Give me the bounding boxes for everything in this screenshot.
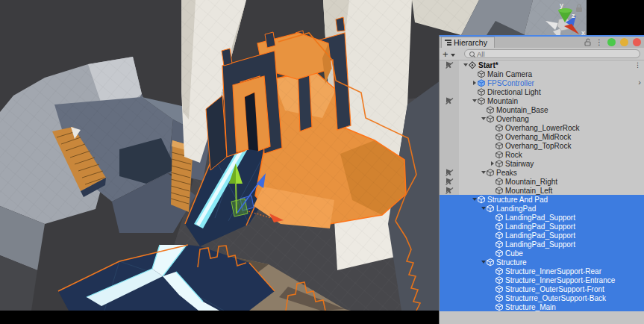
row-label: Structure_InnerSupport-Entrance [505, 276, 615, 284]
expand-arrow[interactable] [471, 78, 478, 87]
tree-row[interactable]: Mountain_Left [440, 186, 644, 195]
prefab-chevron-icon[interactable]: › [638, 78, 641, 87]
expand-arrow[interactable] [480, 204, 487, 213]
arrow-spacer [489, 123, 495, 132]
cube-icon [495, 124, 503, 132]
tree-row[interactable]: Start*⋮ [440, 60, 644, 69]
search-input[interactable]: All [464, 49, 640, 58]
arrow-spacer [489, 284, 495, 293]
tree-row[interactable]: Structure [440, 258, 644, 267]
tree-row[interactable]: LandingPad [440, 204, 644, 213]
tree-row[interactable]: Overhang [440, 114, 644, 123]
editor-void-top-right [587, 0, 644, 35]
tree-row[interactable]: LandingPad_Support [440, 222, 644, 231]
panel-title: Hierarchy [454, 38, 487, 47]
window-button-green[interactable] [607, 38, 616, 46]
tree-row[interactable]: LandingPad_Support [440, 213, 644, 222]
tree-row[interactable]: FPSController› [440, 78, 644, 87]
tree-row[interactable]: Overhang_TopRock [440, 141, 644, 150]
arrow-spacer [489, 302, 495, 311]
cube-icon [487, 205, 494, 213]
cube-icon [478, 70, 485, 78]
tree-row[interactable]: Main Camera [440, 69, 644, 78]
tree-row[interactable]: Structure_InnerSupport-Rear [440, 267, 644, 275]
row-label: Structure_OuterSupport-Front [505, 285, 604, 293]
row-label: Stairway [505, 160, 534, 168]
hierarchy-empty-area[interactable] [440, 311, 644, 324]
cube-icon [487, 106, 494, 114]
pick-toggle-icon[interactable] [446, 61, 454, 69]
row-label: Overhang_MidRock [505, 133, 571, 141]
arrow-spacer [480, 105, 487, 114]
arrow-spacer [489, 222, 495, 231]
expand-arrow[interactable] [480, 114, 487, 123]
tree-row[interactable]: LandingPad_Support [440, 240, 644, 249]
pick-toggle-icon[interactable] [446, 169, 454, 176]
arrow-spacer [489, 132, 495, 141]
arrow-spacer [489, 213, 495, 222]
search-placeholder: All [477, 50, 485, 58]
cube-icon [495, 160, 503, 168]
tree-row[interactable]: Rock [440, 150, 644, 159]
cube-icon [495, 142, 503, 150]
arrow-spacer [471, 87, 478, 96]
arrow-spacer [489, 267, 495, 275]
row-label: LandingPad_Support [505, 231, 575, 240]
cube-icon [478, 88, 485, 96]
cube-icon [478, 196, 485, 204]
row-label: Mountain_Base [496, 106, 548, 114]
expand-arrow[interactable] [471, 195, 478, 204]
arrow-spacer [489, 177, 495, 186]
row-label: Structurre_OuterSupport-Back [505, 294, 606, 302]
tree-row[interactable]: Structure_InnerSupport-Entrance [440, 275, 644, 284]
tree-row[interactable]: Structure_OuterSupport-Front [440, 284, 644, 293]
cube-icon [495, 276, 503, 284]
cube-icon [495, 214, 503, 222]
tree-row[interactable]: Mountain_Right [440, 177, 644, 186]
tab-hierarchy[interactable]: Hierarchy [441, 37, 495, 48]
expand-arrow[interactable] [471, 96, 478, 105]
panel-menu-icon[interactable]: ⋮ [595, 38, 603, 46]
expand-arrow[interactable] [462, 60, 469, 69]
window-button-yellow[interactable] [620, 38, 628, 46]
tree-row[interactable]: Overhang_LowerRock [440, 123, 644, 132]
tree-row[interactable]: Stairway [440, 159, 644, 168]
cube-icon [495, 240, 503, 249]
tree-row[interactable]: Structurre_OuterSupport-Back [440, 293, 644, 302]
cube-icon [495, 231, 503, 240]
tree-row[interactable]: Mountain_Base [440, 105, 644, 114]
row-label: Mountain [487, 97, 518, 105]
expand-arrow[interactable] [489, 159, 495, 168]
arrow-spacer [489, 293, 495, 302]
cube-icon [495, 285, 503, 293]
tree-row[interactable]: Directional Light [440, 87, 644, 96]
cube-icon [495, 133, 503, 141]
tree-row[interactable]: Cube [440, 249, 644, 258]
create-object-button[interactable]: + [443, 49, 455, 60]
row-label: Structure_Main [505, 303, 556, 311]
hierarchy-tree: Start*⋮ Main Camera FPSController› Direc… [440, 60, 644, 311]
tree-row[interactable]: Peaks [440, 168, 644, 177]
lock-icon[interactable] [584, 38, 591, 46]
pick-toggle-icon[interactable] [446, 97, 454, 105]
pick-toggle-icon[interactable] [446, 187, 454, 194]
tree-row[interactable]: Structure_Main [440, 302, 644, 311]
expand-arrow[interactable] [480, 168, 487, 177]
tree-row[interactable]: Mountain [440, 96, 644, 105]
pick-toggle-icon[interactable] [446, 178, 454, 185]
row-label: Rock [505, 151, 522, 159]
cube-icon [487, 115, 494, 123]
row-label: Directional Light [487, 88, 541, 96]
cube-icon [495, 178, 503, 186]
kebab-menu-icon[interactable]: ⋮ [634, 60, 641, 69]
tree-row[interactable]: Structure And Pad [440, 195, 644, 204]
expand-arrow[interactable] [480, 258, 487, 267]
window-button-red[interactable] [633, 38, 641, 46]
chevron-down-icon [451, 54, 455, 57]
gizmo-y-axis[interactable] [236, 182, 237, 214]
row-label: Main Camera [487, 70, 532, 78]
tree-row[interactable]: Overhang_MidRock [440, 132, 644, 141]
tree-row[interactable]: LandingPad_Support [440, 231, 644, 240]
row-label: LandingPad_Support [505, 240, 575, 249]
arrow-spacer [489, 150, 495, 159]
